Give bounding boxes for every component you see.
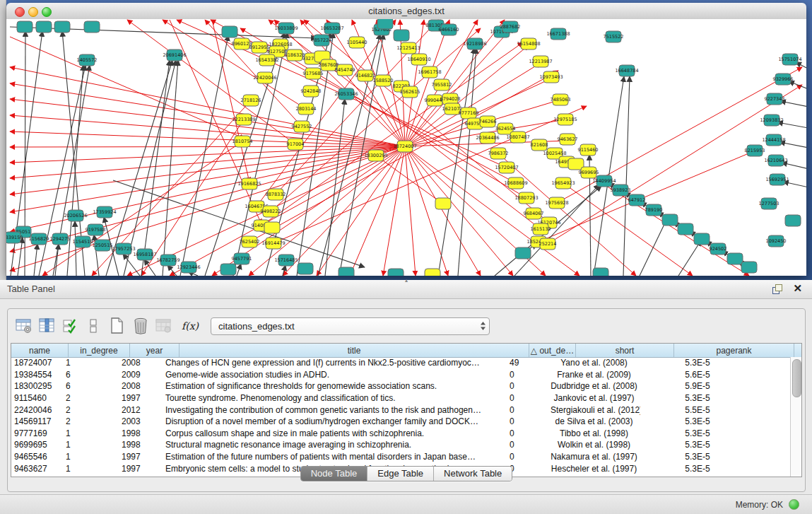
network-node[interactable]: 22420046 (253, 72, 276, 83)
network-node[interactable] (54, 21, 70, 33)
network-node[interactable]: 16033809 (274, 23, 298, 34)
network-node[interactable] (17, 21, 33, 33)
column-header[interactable]: title (180, 344, 529, 357)
network-node[interactable]: 9427552 (292, 121, 312, 132)
table-row[interactable]: 969969511998Structural magnetic resonanc… (11, 439, 791, 451)
network-node[interactable] (298, 263, 313, 274)
network-node[interactable]: 9457791 (232, 253, 252, 264)
network-node[interactable]: 7485063 (551, 94, 571, 105)
table-row[interactable]: 1830029562008Estimation of significance … (11, 380, 791, 392)
table-settings-icon[interactable] (13, 316, 35, 336)
table-mode-icon[interactable] (83, 316, 105, 336)
network-node[interactable]: 924502 (710, 243, 727, 255)
network-node[interactable]: 8454749 (335, 64, 355, 76)
network-node[interactable] (785, 215, 801, 226)
network-node[interactable] (264, 222, 280, 233)
network-node[interactable]: 9339159 (6, 232, 23, 243)
network-node[interactable]: 917004 (287, 139, 305, 150)
network-node[interactable]: 1562615 (400, 86, 420, 98)
network-node[interactable]: 16961758 (418, 66, 441, 78)
network-node[interactable]: 12213987 (529, 56, 552, 67)
network-node[interactable]: 252214 (539, 238, 557, 250)
close-panel-icon[interactable]: ✕ (793, 282, 802, 295)
network-node[interactable]: 789190 (645, 204, 663, 216)
network-node[interactable]: 12093832 (760, 115, 783, 126)
column-header[interactable]: short (576, 344, 674, 357)
network-node[interactable]: 26053346 (334, 88, 358, 100)
network-node[interactable]: 1154519 (73, 236, 93, 247)
table-row[interactable]: 1456911722003Disruption of a novel membe… (11, 416, 791, 428)
network-node[interactable] (377, 19, 393, 29)
scrollbar-thumb[interactable] (792, 359, 801, 397)
network-node[interactable] (515, 247, 531, 259)
table-select-dropdown[interactable]: citations_edges.txt (211, 317, 490, 335)
network-node[interactable]: 8215953 (745, 145, 765, 156)
network-node[interactable]: 19218986 (463, 38, 486, 49)
table-row[interactable]: 2242004622012Investigating the contribut… (11, 404, 791, 416)
network-node[interactable]: 9684067 (524, 208, 544, 219)
network-node[interactable]: 7986372 (488, 148, 509, 159)
network-node[interactable] (388, 269, 404, 276)
network-node[interactable]: 1277503 (759, 198, 779, 209)
network-node[interactable]: 1156829 (29, 233, 49, 245)
minimize-window-button[interactable] (28, 7, 38, 17)
network-node[interactable]: 1250515 (93, 240, 113, 251)
network-canvas[interactable]: 1405572206914061603380978572241065328715… (6, 19, 806, 276)
network-node[interactable]: 9699695 (579, 167, 599, 178)
tab-edge-table[interactable]: Edge Table (367, 467, 434, 481)
table-row[interactable]: 977716911998Corpus callosum shape and si… (11, 428, 791, 440)
network-node[interactable]: 19654923 (551, 177, 575, 189)
network-node[interactable]: 7857224 (312, 35, 332, 46)
network-node[interactable]: 16210643 (764, 155, 787, 166)
network-node[interactable]: 1615132 (531, 223, 551, 235)
network-node[interactable]: 2718126 (241, 95, 261, 106)
column-header[interactable]: in_degree (69, 344, 130, 357)
network-node[interactable] (727, 253, 743, 264)
close-window-button[interactable] (15, 7, 25, 17)
network-node[interactable] (394, 30, 409, 41)
new-table-icon[interactable] (107, 316, 128, 336)
network-node[interactable]: 16154808 (517, 38, 540, 49)
network-node[interactable]: 2887682 (500, 21, 521, 33)
network-node[interactable] (593, 268, 608, 276)
network-node[interactable]: 15716485 (274, 255, 298, 266)
network-node[interactable]: 6466160 (439, 24, 459, 35)
network-node[interactable]: 1092450 (766, 235, 787, 247)
network-node[interactable] (662, 214, 678, 226)
network-node[interactable]: 7625402 (240, 236, 260, 247)
network-node[interactable]: 7955812 (432, 79, 452, 90)
splitter-handle[interactable]: ▴ (401, 277, 412, 283)
network-node[interactable]: 16671388 (546, 28, 570, 40)
network-node[interactable]: 8878332 (266, 189, 286, 200)
vertical-scrollbar[interactable] (790, 357, 801, 477)
network-node[interactable]: 1405572 (77, 54, 98, 66)
network-node[interactable]: 10653287 (320, 23, 343, 34)
network-node[interactable]: 12125413 (396, 42, 420, 54)
network-node[interactable]: 19756928 (545, 197, 568, 209)
network-graph[interactable]: 1405572206914061603380978572241065328715… (6, 19, 806, 276)
select-column-icon[interactable] (37, 316, 58, 336)
network-node[interactable]: 9175685 (303, 68, 324, 79)
network-node[interactable]: 1105440 (347, 37, 367, 48)
network-node[interactable]: 18807293 (514, 192, 538, 204)
network-node[interactable]: 10973493 (539, 71, 563, 83)
tab-network-table[interactable]: Network Table (434, 467, 512, 481)
network-node[interactable] (435, 198, 451, 209)
network-node[interactable]: 647912 (628, 194, 646, 206)
network-node[interactable]: 9197588 (86, 224, 106, 235)
network-node[interactable] (741, 262, 757, 273)
zoom-window-button[interactable] (42, 7, 52, 17)
network-node[interactable]: 20691406 (163, 49, 186, 61)
select-rows-icon[interactable] (60, 316, 81, 336)
network-node[interactable]: 16648784 (615, 65, 638, 76)
network-node[interactable]: 17359924 (93, 206, 116, 218)
table-row[interactable]: 911546021997Tourette syndrome. Phenomeno… (11, 392, 791, 404)
network-node[interactable]: 18640910 (407, 54, 430, 65)
network-node[interactable] (694, 233, 710, 245)
network-node[interactable]: 1810754 (233, 136, 253, 147)
column-header[interactable]: year (130, 344, 180, 357)
function-builder-icon[interactable]: f(x) (180, 316, 201, 336)
network-node[interactable]: 12975185 (553, 114, 577, 125)
table-row[interactable]: 1938455462009Genome-wide association stu… (11, 369, 791, 381)
network-node[interactable]: 9777169 (459, 107, 479, 119)
